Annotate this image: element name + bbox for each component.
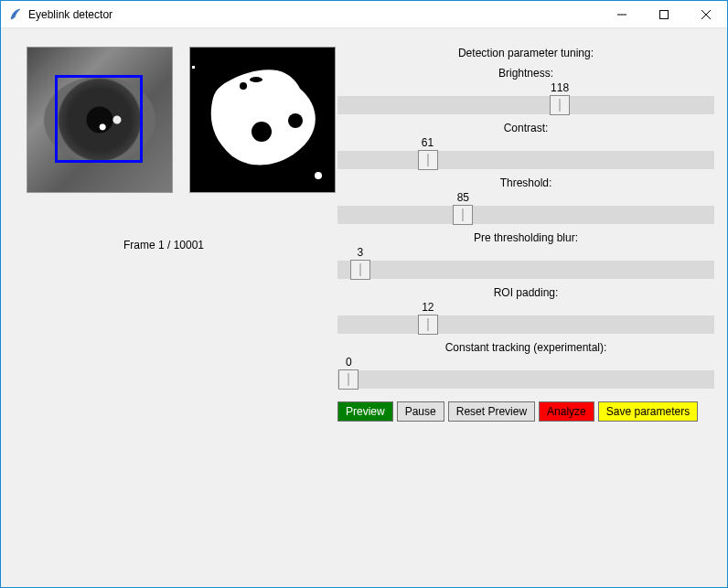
parameter-panel: Detection parameter tuning: Brightness: …	[337, 47, 714, 574]
close-button[interactable]	[685, 1, 727, 28]
slider-value: 118	[551, 81, 569, 94]
padding-slider[interactable]: 12	[337, 301, 714, 334]
slider-value: 12	[422, 301, 434, 314]
threshold-slider[interactable]: 85	[337, 191, 714, 224]
analyze-button[interactable]: Analyze	[539, 401, 594, 422]
brightness-slider[interactable]: 118	[337, 81, 714, 114]
contrast-slider[interactable]: 61	[337, 136, 714, 169]
slider-track	[337, 151, 714, 169]
maximize-button[interactable]	[643, 1, 685, 28]
param-label: Brightness:	[337, 67, 714, 80]
svg-point-7	[250, 77, 262, 82]
raw-image-view	[27, 47, 173, 193]
svg-rect-1	[660, 10, 669, 18]
slider-thumb[interactable]	[418, 150, 438, 170]
preview-button[interactable]: Preview	[337, 401, 393, 422]
param-blur: Pre thresholding blur: 3	[337, 231, 714, 279]
slider-value: 61	[422, 136, 434, 149]
param-label: Threshold:	[337, 176, 714, 189]
slider-thumb[interactable]	[350, 260, 370, 280]
slider-track	[337, 315, 714, 334]
slider-value: 0	[346, 356, 352, 369]
threshold-image	[190, 48, 335, 192]
threshold-image-view	[189, 47, 336, 193]
content-area: Frame 1 / 10001 Detection parameter tuni…	[1, 28, 727, 587]
slider-track	[337, 261, 714, 279]
slider-thumb[interactable]	[453, 205, 473, 225]
slider-value: 85	[457, 191, 469, 204]
param-label: Contrast:	[337, 122, 714, 134]
reset-preview-button[interactable]: Reset Preview	[448, 401, 535, 422]
slider-value: 3	[357, 246, 363, 259]
slider-thumb[interactable]	[418, 315, 438, 335]
save-parameters-button[interactable]: Save parameters	[598, 401, 698, 422]
param-label: Constant tracking (experimental):	[337, 341, 714, 354]
param-threshold: Threshold: 85	[337, 176, 714, 224]
title-bar: Eyeblink detector	[1, 1, 727, 28]
slider-thumb[interactable]	[338, 369, 359, 390]
window-title: Eyeblink detector	[28, 8, 112, 21]
param-tracking: Constant tracking (experimental): 0	[337, 341, 714, 389]
param-label: Pre thresholding blur:	[337, 231, 714, 244]
button-row: Preview Pause Reset Preview Analyze Save…	[337, 401, 714, 422]
svg-point-6	[240, 82, 247, 90]
slider-track	[337, 206, 714, 224]
svg-point-4	[252, 122, 272, 142]
minimize-button[interactable]	[601, 1, 643, 28]
slider-track	[337, 96, 714, 114]
blur-slider[interactable]: 3	[337, 246, 714, 279]
param-label: ROI padding:	[337, 286, 714, 299]
param-padding: ROI padding: 12	[337, 286, 714, 334]
panel-title: Detection parameter tuning:	[337, 47, 714, 59]
frame-counter: Frame 1 / 10001	[27, 239, 337, 251]
tracking-slider[interactable]: 0	[337, 356, 714, 389]
left-column: Frame 1 / 10001	[27, 47, 337, 574]
slider-thumb[interactable]	[550, 95, 570, 115]
svg-rect-9	[192, 66, 195, 69]
app-window: Eyeblink detector	[0, 0, 728, 588]
roi-rectangle	[55, 75, 143, 163]
param-brightness: Brightness: 118	[337, 67, 714, 114]
slider-track	[337, 370, 714, 389]
svg-point-5	[288, 113, 303, 128]
pause-button[interactable]: Pause	[397, 401, 444, 422]
app-icon	[8, 7, 23, 22]
svg-point-8	[315, 172, 322, 179]
param-contrast: Contrast: 61	[337, 122, 714, 169]
